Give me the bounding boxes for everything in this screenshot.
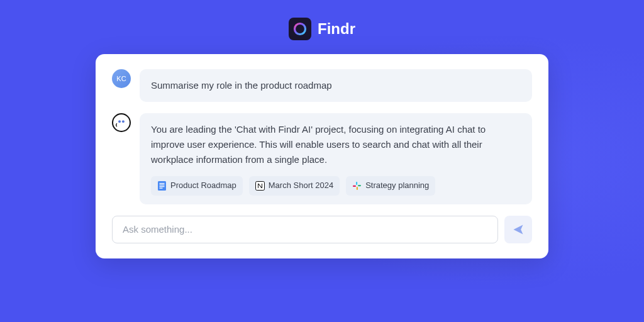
chip-label: March Short 2024 [269, 179, 333, 192]
ask-placeholder: Ask something... [123, 224, 192, 235]
send-button[interactable] [504, 216, 532, 243]
bot-face-icon [115, 116, 128, 129]
chat-card: KC Summarise my role in the product road… [96, 54, 548, 258]
gdoc-icon [157, 181, 167, 191]
svg-rect-6 [160, 184, 165, 185]
bot-message-bubble: You are leading the 'Chat with Findr AI'… [140, 113, 532, 204]
findr-logo-icon [289, 18, 311, 40]
bot-avatar [112, 113, 131, 132]
svg-point-2 [118, 120, 121, 123]
user-avatar: KC [112, 69, 131, 88]
slack-icon [352, 181, 362, 191]
svg-rect-10 [356, 182, 357, 185]
svg-point-3 [122, 120, 125, 123]
chip-product-roadmap[interactable]: Product Roadmap [151, 176, 243, 196]
svg-point-1 [117, 118, 126, 127]
svg-rect-4 [158, 181, 166, 191]
logo-ring-icon [292, 21, 308, 36]
bot-message-row: You are leading the 'Chat with Findr AI'… [112, 113, 532, 204]
chip-march-short[interactable]: March Short 2024 [249, 176, 340, 196]
user-message-row: KC Summarise my role in the product road… [112, 69, 532, 102]
user-message-text: Summarise my role in the product roadmap [151, 80, 332, 91]
svg-point-0 [295, 24, 306, 35]
chip-label: Strategy planning [365, 179, 429, 192]
notion-icon [255, 181, 265, 191]
ask-input[interactable]: Ask something... [112, 216, 498, 243]
chip-strategy-planning[interactable]: Strategy planning [346, 176, 435, 196]
svg-rect-7 [160, 186, 165, 187]
user-initials: KC [116, 75, 126, 82]
user-message-bubble: Summarise my role in the product roadmap [140, 69, 532, 102]
svg-rect-11 [358, 185, 361, 186]
svg-rect-13 [353, 186, 356, 187]
source-chips: Product Roadmap March Short 2024 [151, 176, 521, 196]
svg-rect-5 [160, 183, 165, 184]
send-icon [512, 223, 525, 236]
input-row: Ask something... [112, 216, 532, 243]
header: Findr [0, 0, 644, 40]
brand-name: Findr [318, 20, 355, 38]
svg-rect-12 [357, 187, 358, 190]
svg-rect-8 [160, 187, 163, 188]
bot-message-text: You are leading the 'Chat with Findr AI'… [151, 122, 521, 167]
chip-label: Product Roadmap [170, 179, 236, 192]
